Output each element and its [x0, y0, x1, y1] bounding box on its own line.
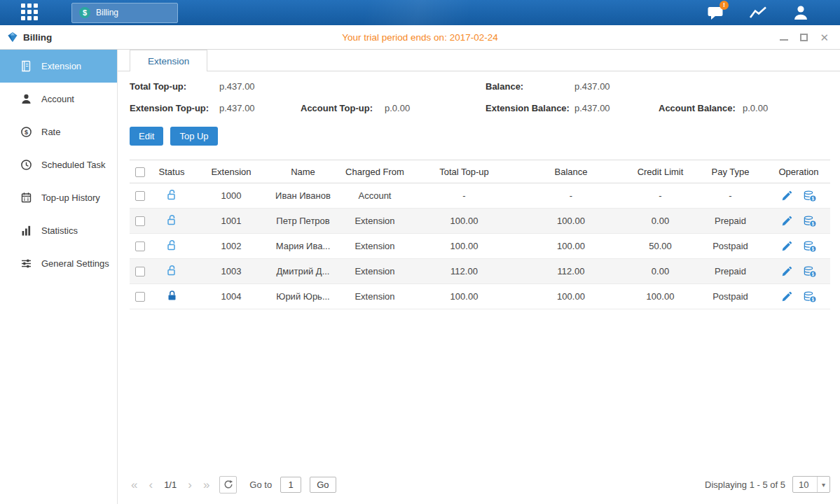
- extension-balance-value: p.437.00: [574, 103, 659, 113]
- edit-button[interactable]: Edit: [130, 127, 163, 146]
- chevron-down-icon: ▾: [817, 477, 829, 492]
- cell-balance: 112.00: [515, 259, 627, 284]
- refresh-button[interactable]: [219, 476, 237, 493]
- table-row: 1001 Петр Петров Extension 100.00 100.00…: [130, 209, 830, 234]
- svg-text:$: $: [811, 195, 814, 201]
- sidebar-item-label: Rate: [41, 127, 60, 137]
- prev-page-icon[interactable]: ‹: [147, 479, 154, 491]
- top-up-row-icon[interactable]: $: [804, 266, 816, 277]
- sidebar-item-statistics[interactable]: Statistics: [0, 214, 117, 247]
- col-total-topup: Total Top-up: [413, 160, 515, 183]
- app-launcher-icon[interactable]: [21, 4, 39, 22]
- account-topup-label: Account Top-up:: [301, 103, 385, 113]
- top-up-row-icon[interactable]: $: [804, 241, 816, 252]
- goto-label: Go to: [249, 479, 272, 490]
- row-checkbox[interactable]: [135, 241, 145, 251]
- statistics-chart-icon[interactable]: [749, 6, 767, 20]
- trial-notice: Your trial period ends on: 2017-02-24: [0, 32, 840, 43]
- taskbar-item-billing[interactable]: $ Billing: [71, 3, 178, 23]
- window-title-group: Billing: [7, 31, 52, 43]
- pagination-bar: « ‹ 1/1 › » Go to Go Display: [130, 472, 830, 504]
- page-size-select[interactable]: 10 ▾: [792, 476, 830, 493]
- svg-text:$: $: [25, 129, 28, 136]
- edit-row-icon[interactable]: [782, 216, 792, 226]
- topbar-right: !: [707, 5, 809, 20]
- row-checkbox[interactable]: [135, 267, 145, 276]
- sidebar-item-label: Top-up History: [41, 192, 100, 203]
- refresh-icon: [223, 479, 233, 489]
- cell-credit-limit: 100.00: [627, 284, 694, 309]
- rate-coin-icon: $: [20, 126, 32, 138]
- top-up-row-icon[interactable]: $: [804, 216, 816, 227]
- table-row: 1000 Иван Иванов Account - - - - $: [130, 183, 830, 209]
- cell-name: Мария Ива...: [270, 234, 336, 259]
- extension-topup-label: Extension Top-up:: [130, 103, 219, 113]
- window-body: Extension Account $ Rate: [0, 50, 840, 504]
- notification-badge: !: [719, 1, 729, 10]
- col-pay-type: Pay Type: [694, 160, 767, 183]
- sidebar-item-topup-history[interactable]: Top-up History: [0, 181, 117, 214]
- status-unlocked-icon: [167, 218, 177, 228]
- cell-balance: 100.00: [515, 209, 627, 234]
- go-button[interactable]: Go: [310, 477, 336, 493]
- extension-ledger-icon: [20, 60, 32, 72]
- user-account-icon[interactable]: [792, 5, 809, 20]
- account-balance-value: p.0.00: [743, 103, 830, 113]
- cell-credit-limit: 0.00: [627, 259, 694, 284]
- messages-icon[interactable]: !: [707, 6, 724, 20]
- col-name: Name: [270, 160, 336, 183]
- sidebar-item-general-settings[interactable]: General Settings: [0, 247, 117, 280]
- cell-name: Дмитрий Д...: [270, 259, 336, 284]
- top-up-row-icon[interactable]: $: [804, 190, 816, 202]
- next-page-icon[interactable]: ›: [186, 479, 193, 491]
- account-topup-value: p.0.00: [385, 103, 486, 113]
- first-page-icon[interactable]: «: [130, 479, 139, 491]
- top-up-row-icon[interactable]: $: [804, 291, 816, 302]
- cell-extension: 1000: [193, 183, 270, 209]
- row-checkbox[interactable]: [135, 191, 145, 201]
- balance-value: p.437.00: [574, 81, 659, 92]
- cell-name: Петр Петров: [270, 209, 336, 234]
- table-row: 1002 Мария Ива... Extension 100.00 100.0…: [130, 234, 830, 259]
- select-all-checkbox[interactable]: [135, 167, 145, 177]
- tab-extension[interactable]: Extension: [130, 50, 207, 71]
- edit-row-icon[interactable]: [782, 291, 792, 302]
- content: Total Top-up: p.437.00 Balance: p.437.00…: [118, 71, 840, 504]
- cell-balance: 100.00: [515, 234, 627, 259]
- person-icon: [792, 5, 809, 20]
- cell-charged-from: Extension: [336, 234, 413, 259]
- cell-pay-type: Postpaid: [694, 284, 767, 309]
- balance-label: Balance:: [486, 81, 574, 92]
- sliders-icon: [20, 258, 32, 270]
- cell-credit-limit: 50.00: [627, 234, 694, 259]
- last-page-icon[interactable]: »: [202, 479, 211, 491]
- col-balance: Balance: [515, 160, 627, 183]
- cell-name: Юрий Юрь...: [270, 284, 336, 309]
- taskbar-item-label: Billing: [96, 8, 118, 18]
- cell-balance: 100.00: [515, 284, 627, 309]
- close-icon[interactable]: ✕: [820, 32, 829, 43]
- minimize-icon[interactable]: [780, 34, 788, 41]
- maximize-icon[interactable]: [800, 34, 808, 41]
- col-extension: Extension: [193, 160, 270, 183]
- sidebar-item-account[interactable]: Account: [0, 83, 117, 115]
- table-header-row: Status Extension Name Charged From Total…: [130, 160, 830, 183]
- cell-total-topup: 100.00: [413, 284, 515, 309]
- clock-icon: [20, 159, 32, 171]
- top-up-button[interactable]: Top Up: [170, 127, 217, 146]
- edit-row-icon[interactable]: [782, 190, 792, 201]
- sidebar-item-extension[interactable]: Extension: [0, 50, 117, 83]
- row-checkbox[interactable]: [135, 292, 145, 302]
- cell-extension: 1004: [193, 284, 270, 309]
- status-unlocked-icon: [167, 268, 177, 279]
- edit-row-icon[interactable]: [782, 266, 792, 276]
- edit-row-icon[interactable]: [782, 241, 792, 251]
- goto-page-input[interactable]: [280, 477, 301, 493]
- cell-total-topup: 100.00: [413, 234, 515, 259]
- status-unlocked-icon: [167, 243, 177, 253]
- cell-total-topup: 112.00: [413, 259, 515, 284]
- window-controls: ✕: [780, 32, 829, 43]
- sidebar-item-rate[interactable]: $ Rate: [0, 115, 117, 148]
- sidebar-item-scheduled-task[interactable]: Scheduled Task: [0, 148, 117, 181]
- row-checkbox[interactable]: [135, 216, 145, 226]
